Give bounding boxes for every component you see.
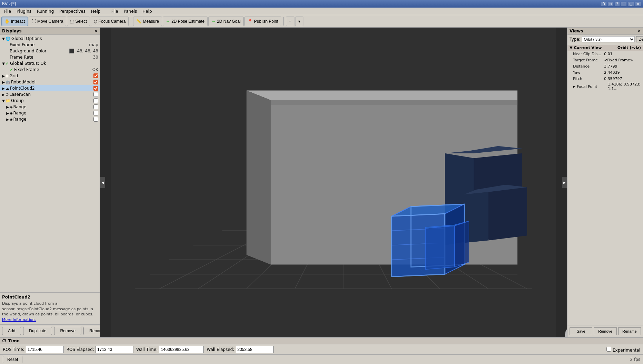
wall-elapsed-label: Wall Elapsed: (207, 347, 234, 352)
current-view-type: Orbit (rviz) (617, 46, 641, 50)
range2-item[interactable]: ▶ ◈ Range (0, 110, 100, 116)
menu-file2[interactable]: File (109, 8, 121, 14)
minimize-btn[interactable]: D (601, 2, 606, 6)
laser-icon: ⊙ (6, 92, 9, 97)
chevron-down-icon: ▾ (298, 19, 300, 24)
ros-elapsed-input[interactable] (96, 346, 133, 353)
view-type-select[interactable]: Orbit (rviz) FPS (rviz) ThirdPersonFollo… (582, 36, 635, 42)
add-button[interactable]: Add (2, 327, 21, 335)
fixed-frame-item[interactable]: Fixed Frame map (0, 42, 100, 48)
range1-expand-icon: ▶ (6, 105, 10, 109)
range3-checkbox[interactable] (93, 117, 98, 122)
laserscan-item[interactable]: ▶ ⊙ LaserScan (0, 91, 100, 98)
type-label: Type: (570, 37, 581, 42)
views-header: Views ✕ (567, 28, 643, 35)
ros-time-input[interactable] (26, 346, 64, 353)
focus-camera-button[interactable]: ◎ Focus Camera (91, 17, 129, 26)
group-checkbox[interactable] (93, 98, 98, 103)
global-options-item[interactable]: ▼ 🌐 Global Options (0, 36, 100, 42)
wall-elapsed-input[interactable] (236, 346, 274, 353)
save-view-button[interactable]: Save (570, 327, 592, 335)
fixed-frame-status-item[interactable]: ✓ Fixed Frame OK (0, 67, 100, 73)
menu-file[interactable]: File (1, 8, 14, 14)
displays-close-icon[interactable]: ✕ (94, 29, 98, 33)
close-btn[interactable]: × (635, 2, 641, 6)
remove-view-button[interactable]: Remove (594, 327, 616, 335)
svg-marker-37 (454, 221, 469, 267)
range3-item[interactable]: ▶ ◈ Range (0, 116, 100, 122)
wall-time-input[interactable] (159, 346, 204, 353)
background-color-item[interactable]: Background Color 48; 48; 48 (0, 48, 100, 54)
pointcloud2-item[interactable]: ▶ ☁ PointCloud2 (0, 85, 100, 91)
pc2-expand-icon: ▶ (1, 87, 6, 90)
reset-button[interactable]: Reset (3, 356, 22, 363)
remove-display-button[interactable]: Remove (54, 327, 81, 335)
zero-button[interactable]: Zero (636, 36, 643, 42)
focal-expand-icon: ▶ (573, 85, 575, 88)
ff-status-ok-icon: ✓ (10, 67, 13, 72)
help-btn[interactable]: ? (615, 2, 619, 6)
svg-marker-36 (425, 226, 454, 269)
frame-rate-item[interactable]: Frame Rate 30 (0, 54, 100, 60)
robot-checkbox[interactable] (93, 80, 98, 84)
range1-item[interactable]: ▶ ◈ Range (0, 104, 100, 110)
window-controls: D ⊕ ? − □ × (601, 2, 641, 6)
move-camera-button[interactable]: ⛶ Move Camera (29, 17, 66, 26)
laser-checkbox[interactable] (93, 92, 98, 97)
publish-point-button[interactable]: 📍 Publish Point (244, 17, 281, 26)
more-info-link[interactable]: More Information. (2, 317, 36, 322)
near-clip-row: Near Clip Dis... 0.01 (567, 51, 643, 57)
description-area: PointCloud2 Displays a point cloud from … (0, 292, 100, 324)
publish-point-icon: 📍 (248, 19, 253, 24)
status-expand-icon: ▼ (1, 62, 6, 65)
menu-plugins[interactable]: Plugins (14, 8, 34, 14)
desc-text: Displays a point cloud from a sensor_msg… (2, 301, 98, 322)
range1-icon: ◈ (10, 105, 12, 109)
rename-view-button[interactable]: Rename (618, 327, 641, 335)
grid-checkbox[interactable] (93, 73, 98, 78)
grid-item[interactable]: ▶ ⊞ Grid (0, 73, 100, 79)
pose-estimate-icon: → (166, 19, 170, 24)
laser-expand-icon: ▶ (1, 93, 6, 97)
focal-point-row[interactable]: ▶ Focal Point 1.4186; 0.98723; 1.1... (567, 82, 643, 91)
menu-running[interactable]: Running (34, 8, 57, 14)
menu-perspectives[interactable]: Perspectives (57, 8, 88, 14)
extra-tool-button[interactable]: + (286, 17, 294, 26)
nav-goal-button[interactable]: → 2D Nav Goal (208, 17, 244, 26)
dropdown-tool-button[interactable]: ▾ (295, 17, 303, 26)
restore-btn[interactable]: □ (628, 2, 634, 6)
window-title: RViz[*] (2, 1, 16, 6)
ros-time-label: ROS Time: (3, 347, 24, 352)
menu-help[interactable]: Help (88, 8, 103, 14)
wall-time-label: Wall Time: (136, 347, 158, 352)
interact-button[interactable]: ✋ Interact (1, 17, 28, 26)
views-close-icon[interactable]: ✕ (637, 29, 641, 33)
pc2-checkbox[interactable] (93, 86, 98, 91)
viewport-right-arrow[interactable]: ▸ (562, 177, 567, 188)
robot-model-item[interactable]: ▶ 🤖 RobotModel (0, 79, 100, 85)
menu-panels[interactable]: Panels (121, 8, 140, 14)
pose-estimate-button[interactable]: → 2D Pose Estimate (163, 17, 208, 26)
global-status-item[interactable]: ▼ ✓ Global Status: Ok (0, 60, 100, 67)
displays-tree: ▼ 🌐 Global Options Fixed Frame map Backg… (0, 35, 100, 292)
statusbar: Reset 2 fps (0, 354, 643, 364)
color-swatch[interactable] (69, 49, 74, 53)
group-item[interactable]: ▼ 📁 Group (0, 98, 100, 104)
select-button[interactable]: ⬚ Select (67, 17, 90, 26)
toolbar-sep2 (283, 17, 284, 26)
range2-checkbox[interactable] (93, 111, 98, 115)
status-ok-icon: ✓ (6, 61, 9, 66)
range1-checkbox[interactable] (93, 104, 98, 109)
minimize-window-btn[interactable]: − (621, 2, 626, 6)
measure-button[interactable]: 📏 Measure (133, 17, 162, 26)
viewport[interactable]: ◂ ▸ (100, 28, 567, 337)
range3-expand-icon: ▶ (6, 118, 10, 121)
maximize-btn[interactable]: ⊕ (608, 2, 613, 6)
robot (564, 260, 567, 337)
yaw-row: Yaw 2.44039 (567, 69, 643, 75)
menu-help2[interactable]: Help (140, 8, 154, 14)
experimental-checkbox[interactable] (606, 347, 611, 352)
duplicate-button[interactable]: Duplicate (23, 327, 52, 335)
viewport-left-arrow[interactable]: ◂ (100, 177, 105, 188)
distance-row: Distance 3.7799 (567, 63, 643, 69)
